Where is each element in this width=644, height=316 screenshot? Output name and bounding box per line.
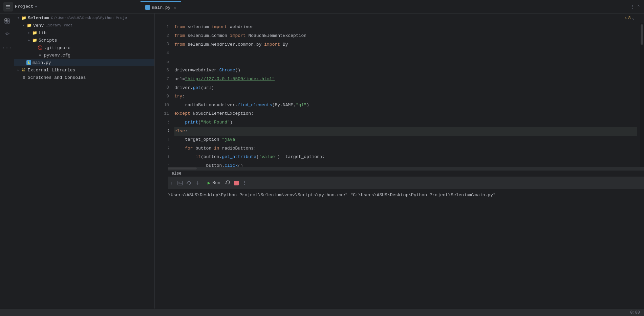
menu-icon[interactable]	[3, 2, 13, 12]
folder-icon-scripts: 📁	[32, 38, 37, 43]
stop-button[interactable]	[234, 181, 239, 185]
code-line-9: try:	[174, 92, 637, 101]
code-editor[interactable]: 1 2 3 4 5 6 7 8 9 10 11 12 13 14 15 16 1…	[155, 23, 644, 167]
scratches-icon: ≣	[21, 75, 26, 80]
bottom-bar: 0:00	[0, 309, 644, 316]
extlibs-icon: 🏛	[21, 67, 26, 73]
run-label-text: Run	[212, 180, 220, 185]
tabs-area: main.py ✕	[141, 0, 630, 13]
line-num-6: 6	[157, 66, 169, 75]
warning-badge[interactable]: ⚠ 8 ⌄	[622, 15, 637, 21]
line-num-11: 11	[157, 110, 169, 118]
code-line-15: for button in radioButtons:	[174, 144, 637, 153]
arrow-venv	[21, 23, 26, 27]
tree-path-selenium: C:\Users\ASUS\Desktop\Python Proje	[51, 16, 127, 20]
file-tree: 📁 Selenium C:\Users\ASUS\Desktop\Python …	[14, 14, 154, 309]
tree-item-extlibs[interactable]: 🏛 External Libraries	[14, 66, 154, 74]
code-line-8: driver.get(url)	[174, 84, 637, 92]
code-line-16: if(button.get_attribute('value')==target…	[174, 153, 637, 162]
tree-label-scratches: Scratches and Consoles	[28, 75, 86, 80]
tree-item-scripts[interactable]: 📁 Scripts	[14, 37, 154, 44]
terminal-cmd-text: "C:\Users\ASUS\Desktop\Python Project\Se…	[160, 193, 496, 198]
minimap	[640, 23, 644, 167]
python-icon: 🐍	[26, 60, 31, 65]
folder-icon-lib: 📁	[32, 30, 37, 36]
python-file-icon	[145, 5, 150, 10]
tree-item-scratches[interactable]: ≣ Scratches and Consoles	[14, 74, 154, 81]
terminal-content: "C:\Users\ASUS\Desktop\Python Project\Se…	[155, 189, 644, 309]
terminal-spacer	[160, 199, 639, 203]
tree-item-gitignore[interactable]: 🚫 .gitignore	[14, 44, 154, 51]
line-num-5: 5	[157, 58, 169, 66]
run-tab[interactable]: ▶ Run	[208, 180, 220, 186]
terminal-panel-icon-terminal[interactable]	[176, 179, 184, 187]
svg-rect-4	[7, 19, 9, 21]
line-num-1: 1	[157, 23, 169, 32]
tree-item-lib[interactable]: 📁 Lib	[14, 29, 154, 37]
terminal-panel-icon-down[interactable]: ↓	[168, 179, 175, 187]
left-panel-icons: ↑ ↓ ⌨ ≡ ▶ ↙ ⎙ ⚠ 🗑	[155, 119, 168, 309]
tree-label-pyvenv: pyvenv.cfg	[44, 53, 70, 58]
code-line-13: else:	[174, 127, 637, 136]
code-line-17: button.click()	[174, 162, 637, 167]
tree-venv-suffix: library root	[46, 23, 72, 27]
project-dropdown[interactable]: Project ▾	[15, 4, 37, 9]
tree-label-venv: venv	[33, 23, 44, 28]
tab-main-py[interactable]: main.py ✕	[141, 1, 181, 13]
svg-rect-0	[6, 5, 10, 6]
terminal-toolbar: ↑ ↓	[155, 177, 644, 189]
folder-icon-selenium: 📁	[21, 15, 26, 21]
tree-label-gitignore: .gitignore	[44, 45, 70, 50]
code-line-10: radioButtons=driver.find_elements(By.NAM…	[174, 101, 637, 110]
activity-commit-icon[interactable]	[1, 28, 13, 40]
title-bar-left: Project ▾	[0, 2, 141, 12]
chevron-down-icon: ▾	[35, 4, 38, 9]
warning-chevron[interactable]: ⌄	[632, 16, 635, 21]
tab-close-button[interactable]: ✕	[174, 5, 176, 10]
title-bar: Project ▾ main.py ✕ ⋮ ⌃	[0, 0, 644, 14]
terminal-more-options[interactable]: ⋮	[242, 180, 247, 186]
tree-item-mainpy[interactable]: 🐍 main.py	[14, 59, 154, 66]
terminal-command-line: "C:\Users\ASUS\Desktop\Python Project\Se…	[160, 192, 639, 199]
rerun-button[interactable]	[225, 180, 231, 186]
code-line-1: from selenium import webdriver	[174, 23, 637, 32]
warning-icon: ⚠	[624, 16, 627, 21]
activity-more-icon[interactable]: ···	[1, 42, 13, 54]
run-icon: ▶	[208, 180, 210, 186]
svg-rect-3	[5, 19, 7, 21]
sidebar: 📁 Selenium C:\Users\ASUS\Desktop\Python …	[14, 14, 155, 309]
svg-rect-2	[6, 8, 10, 8]
tree-label-mainpy: main.py	[33, 60, 51, 65]
svg-rect-5	[5, 21, 7, 23]
tree-item-selenium[interactable]: 📁 Selenium C:\Users\ASUS\Desktop\Python …	[14, 14, 154, 22]
editor-top-bar: ⚠ 8 ⌄	[155, 14, 644, 23]
code-content[interactable]: from selenium import webdriver from sele…	[172, 23, 640, 167]
line-num-4: 4	[157, 49, 169, 58]
cfg-icon: ≡	[37, 52, 43, 58]
horizontal-scrollbar[interactable]	[155, 167, 644, 170]
line-num-9: 9	[157, 92, 169, 101]
tree-item-venv[interactable]: 📁 venv library root	[14, 22, 154, 29]
terminal-panel-icon-rerun[interactable]	[185, 179, 193, 187]
tab-label: main.py	[152, 5, 171, 10]
more-options-icon[interactable]: ⋮	[630, 4, 635, 9]
folder-icon-venv: 📁	[26, 23, 32, 28]
tree-item-pyvenv[interactable]: ≡ pyvenv.cfg	[14, 51, 154, 59]
code-line-4	[174, 49, 637, 58]
code-line-7: url="http://127.0.0.1:5500/index.html"	[174, 75, 637, 84]
code-line-5	[174, 58, 637, 66]
arrow-selenium	[16, 16, 21, 20]
line-num-2: 2	[157, 32, 169, 41]
terminal-panel-icon-dunno[interactable]	[194, 179, 201, 187]
expand-icon[interactable]: ⌃	[637, 4, 640, 9]
arrow-extlibs	[16, 68, 21, 72]
code-line-11: except NoSuchElementException:	[174, 110, 637, 118]
footer-code: else	[172, 171, 181, 176]
title-bar-actions: ⋮ ⌃	[630, 4, 644, 9]
svg-rect-6	[7, 21, 9, 23]
terminal-panel: ↑ ↓	[155, 177, 644, 309]
line-num-3: 3	[157, 40, 169, 49]
activity-project-icon[interactable]	[1, 15, 13, 27]
tree-label-selenium: Selenium	[28, 16, 49, 21]
tree-label-lib: Lib	[39, 30, 46, 36]
